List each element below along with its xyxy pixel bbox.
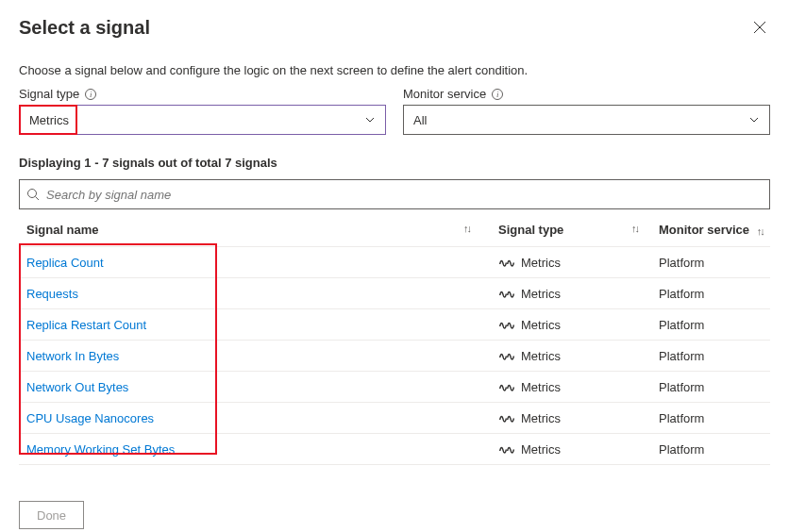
signal-link[interactable]: Replica Count [26, 256, 104, 270]
signal-type-text: Metrics [521, 349, 561, 363]
monitor-service-text: Platform [651, 309, 770, 341]
signal-type-text: Metrics [521, 411, 561, 425]
signal-link[interactable]: Memory Working Set Bytes [26, 442, 175, 457]
signal-link[interactable]: Requests [26, 287, 78, 301]
col-header-monitor-service[interactable]: Monitor service ↑↓ [651, 215, 770, 247]
signal-link[interactable]: Network In Bytes [26, 349, 119, 363]
metric-icon: ∿∿ [498, 443, 515, 457]
monitor-service-text: Platform [651, 278, 770, 309]
monitor-service-text: Platform [651, 247, 770, 278]
sort-icon: ↑↓ [463, 223, 470, 234]
page-title: Select a signal [19, 17, 150, 39]
table-row: Network In Bytes∿∿MetricsPlatform [19, 341, 770, 372]
info-icon[interactable]: i [492, 89, 503, 100]
monitor-service-text: Platform [651, 434, 770, 465]
search-icon [26, 188, 40, 201]
table-row: Replica Restart Count∿∿MetricsPlatform [19, 309, 770, 341]
col-header-signal-name[interactable]: Signal name ↑↓ [19, 215, 491, 247]
signal-type-text: Metrics [521, 442, 561, 457]
results-count-text: Displaying 1 - 7 signals out of total 7 … [19, 156, 770, 170]
metric-icon: ∿∿ [498, 350, 515, 363]
signal-type-select[interactable]: Metrics [19, 105, 386, 135]
monitor-service-text: Platform [651, 341, 770, 372]
signal-type-text: Metrics [521, 256, 561, 270]
sort-icon: ↑↓ [757, 225, 764, 237]
metric-icon: ∿∿ [498, 412, 515, 425]
monitor-service-value: All [413, 113, 427, 127]
monitor-service-text: Platform [651, 403, 770, 434]
table-row: Replica Count∿∿MetricsPlatform [19, 247, 770, 278]
signal-type-text: Metrics [521, 318, 561, 332]
table-row: CPU Usage Nanocores∿∿MetricsPlatform [19, 403, 770, 434]
sort-icon: ↑↓ [631, 223, 638, 234]
subtitle-text: Choose a signal below and configure the … [19, 63, 770, 77]
metric-icon: ∿∿ [498, 288, 515, 301]
metric-icon: ∿∿ [498, 319, 515, 332]
chevron-down-icon [748, 114, 760, 125]
table-row: Network Out Bytes∿∿MetricsPlatform [19, 372, 770, 403]
metric-icon: ∿∿ [498, 257, 515, 270]
done-button[interactable]: Done [19, 501, 84, 529]
chevron-down-icon [364, 114, 376, 125]
monitor-service-text: Platform [651, 372, 770, 403]
signal-type-label: Signal type [19, 87, 79, 101]
signal-type-value: Metrics [29, 113, 69, 127]
search-input[interactable] [19, 179, 770, 209]
table-row: Memory Working Set Bytes∿∿MetricsPlatfor… [19, 434, 770, 465]
svg-point-0 [28, 190, 37, 198]
signal-type-text: Metrics [521, 380, 561, 394]
table-row: Requests∿∿MetricsPlatform [19, 278, 770, 309]
signal-type-text: Metrics [521, 287, 561, 301]
metric-icon: ∿∿ [498, 381, 515, 394]
signal-link[interactable]: Network Out Bytes [26, 380, 128, 394]
monitor-service-select[interactable]: All [403, 105, 770, 135]
col-header-signal-type[interactable]: Signal type ↑↓ [491, 215, 651, 247]
close-icon [753, 21, 766, 37]
close-button[interactable] [749, 17, 770, 41]
signals-table: Signal name ↑↓ Signal type ↑↓ Monitor se… [19, 215, 770, 465]
monitor-service-label: Monitor service [403, 87, 486, 101]
signal-link[interactable]: Replica Restart Count [26, 318, 146, 332]
info-icon[interactable]: i [85, 89, 96, 100]
signal-link[interactable]: CPU Usage Nanocores [26, 411, 154, 425]
